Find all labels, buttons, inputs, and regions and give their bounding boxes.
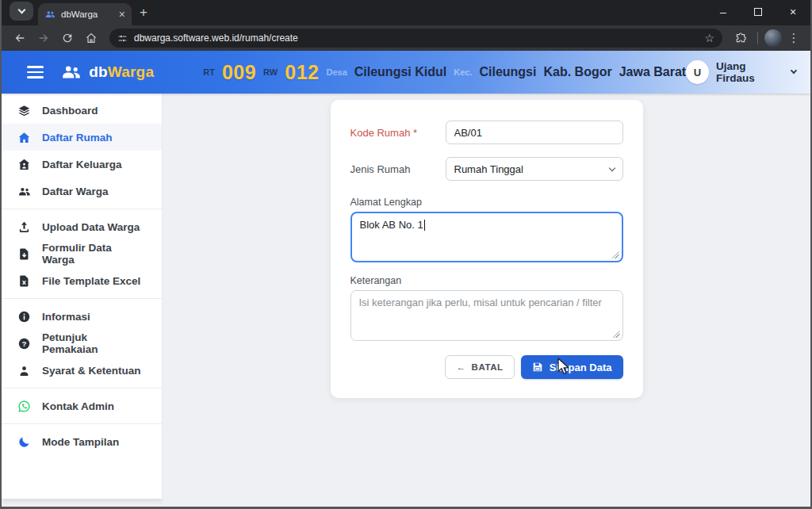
sidebar: Dashboard Daftar Rumah Daftar Keluarga D… — [2, 94, 163, 499]
extensions-button[interactable] — [730, 28, 751, 48]
browser-profile-avatar[interactable] — [764, 29, 782, 47]
keterangan-textarea[interactable]: Isi keterangan jika perlu, misal untuk p… — [350, 290, 623, 341]
jenis-rumah-row: Jenis Rumah Rumah Tinggal — [350, 157, 623, 181]
url-text[interactable]: dbwarga.software.web.id/rumah/create — [134, 33, 698, 44]
maximize-icon — [754, 8, 762, 16]
kode-rumah-input[interactable] — [446, 121, 623, 144]
new-tab-button[interactable]: + — [140, 5, 147, 21]
sidebar-item-dashboard[interactable]: Dashboard — [2, 97, 162, 124]
jenis-rumah-selected-value: Rumah Tinggal — [454, 163, 610, 175]
keterangan-label: Keterangan — [350, 275, 623, 286]
sidebar-divider — [2, 298, 162, 299]
sidebar-item-label: Upload Data Warga — [42, 221, 140, 233]
resize-grip[interactable] — [612, 251, 619, 258]
kec-value: Cileungsi — [479, 65, 536, 79]
sidebar-item-upload-data-warga[interactable]: Upload Data Warga — [2, 213, 162, 240]
close-window-button[interactable]: × — [776, 0, 810, 24]
sidebar-item-syarat-ketentuan[interactable]: Syarat & Ketentuan — [2, 357, 162, 384]
maximize-button[interactable] — [741, 0, 776, 24]
sidebar-item-label: Informasi — [42, 311, 90, 323]
chevron-down-icon — [17, 6, 25, 14]
sidebar-item-label: Daftar Warga — [42, 186, 109, 197]
tab-search-button[interactable] — [10, 2, 33, 21]
sidebar-item-label: Mode Tampilan — [42, 436, 119, 448]
person-icon — [17, 364, 31, 377]
sidebar-item-daftar-warga[interactable]: Daftar Warga — [2, 178, 162, 205]
whatsapp-icon — [17, 400, 31, 413]
sidebar-item-label: Daftar Rumah — [42, 132, 113, 144]
sidebar-divider — [2, 423, 162, 424]
home-icon — [17, 131, 31, 144]
back-arrow-icon — [13, 32, 26, 44]
sidebar-item-label: Dashboard — [42, 105, 98, 117]
upload-icon — [17, 220, 31, 234]
sidebar-item-daftar-keluarga[interactable]: Daftar Keluarga — [2, 151, 162, 178]
main-content: Kode Rumah * Jenis Rumah Rumah Tinggal A… — [163, 94, 810, 507]
alamat-value: Blok AB No. 1 — [360, 219, 423, 231]
sidebar-item-file-template-excel[interactable]: File Template Excel — [2, 267, 162, 294]
forward-button[interactable] — [33, 28, 54, 48]
text-caret — [424, 220, 425, 231]
kode-rumah-label: Kode Rumah * — [350, 127, 446, 139]
sidebar-item-informasi[interactable]: Informasi — [2, 303, 162, 330]
bookmark-star-icon[interactable]: ☆ — [704, 32, 714, 44]
layers-icon — [17, 104, 31, 117]
page-info-icon — [117, 33, 128, 44]
desa-value: Cileungsi Kidul — [354, 65, 446, 79]
alamat-label: Alamat Lengkap — [350, 197, 623, 208]
puzzle-icon — [734, 32, 747, 44]
back-arrow-icon: ← — [456, 362, 465, 372]
prov-value: Jawa Barat — [619, 65, 687, 79]
file-excel-icon — [17, 274, 31, 288]
url-bar[interactable]: dbwarga.software.web.id/rumah/create ☆ — [109, 29, 722, 48]
kode-rumah-row: Kode Rumah * — [350, 121, 623, 144]
rt-value: 009 — [222, 61, 256, 84]
chevron-down-icon — [791, 67, 797, 74]
tab-close-icon[interactable]: × — [119, 9, 125, 20]
browser-tab[interactable]: dbWarga × — [38, 3, 132, 25]
sidebar-item-daftar-rumah[interactable]: Daftar Rumah — [2, 124, 162, 151]
sidebar-item-label: Petunjuk Pemakaian — [42, 331, 146, 355]
home-button[interactable] — [81, 28, 102, 48]
alamat-textarea[interactable]: Blok AB No. 1 — [350, 212, 623, 262]
sidebar-item-label: Kontak Admin — [42, 400, 114, 412]
jenis-rumah-select[interactable]: Rumah Tinggal — [446, 157, 623, 181]
resize-grip[interactable] — [613, 331, 620, 338]
moon-icon — [17, 435, 31, 449]
reload-icon — [61, 32, 74, 44]
sidebar-divider — [2, 388, 162, 388]
forward-arrow-icon — [37, 32, 50, 44]
browser-toolbar: dbwarga.software.web.id/rumah/create ☆ ⋮ — [2, 25, 810, 51]
user-name: Ujang Firdaus — [716, 60, 784, 84]
file-download-icon — [17, 247, 31, 261]
keterangan-placeholder: Isi keterangan jika perlu, misal untuk p… — [359, 297, 602, 308]
minimize-button[interactable]: – — [706, 0, 741, 24]
kab-value: Kab. Bogor — [543, 65, 611, 79]
save-icon — [532, 362, 543, 373]
kec-label: Kec. — [454, 67, 472, 77]
sidebar-item-mode-tampilan[interactable]: Mode Tampilan — [2, 428, 162, 455]
simpan-data-button[interactable]: Simpan Data — [521, 355, 623, 379]
rt-label: RT — [203, 67, 215, 77]
back-button[interactable] — [10, 28, 30, 48]
app-header: dbWarga RT 009 RW 012 Desa Cileungsi Kid… — [2, 51, 810, 94]
app-brand[interactable]: dbWarga — [61, 62, 154, 82]
batal-button[interactable]: ← BATAL — [445, 355, 514, 379]
browser-menu-button[interactable]: ⋮ — [785, 31, 802, 45]
sidebar-item-label: File Template Excel — [42, 275, 140, 287]
people-icon — [17, 185, 31, 198]
sidebar-toggle-button[interactable] — [27, 66, 44, 78]
rumah-create-form: Kode Rumah * Jenis Rumah Rumah Tinggal A… — [331, 100, 643, 398]
sidebar-item-kontak-admin[interactable]: Kontak Admin — [2, 392, 162, 419]
desa-label: Desa — [326, 67, 347, 77]
sidebar-item-formulir-data-warga[interactable]: Formulir Data Warga — [2, 240, 162, 267]
user-menu[interactable]: U Ujang Firdaus — [686, 60, 796, 84]
tab-title: dbWarga — [61, 10, 113, 19]
reload-button[interactable] — [57, 28, 78, 48]
sidebar-item-label: Syarat & Ketentuan — [42, 365, 141, 377]
brand-name: dbWarga — [89, 63, 154, 81]
house-person-icon — [17, 158, 31, 171]
form-actions: ← BATAL Simpan Data — [350, 355, 623, 379]
info-icon — [17, 310, 31, 323]
sidebar-item-petunjuk-pemakaian[interactable]: ? Petunjuk Pemakaian — [2, 330, 162, 357]
